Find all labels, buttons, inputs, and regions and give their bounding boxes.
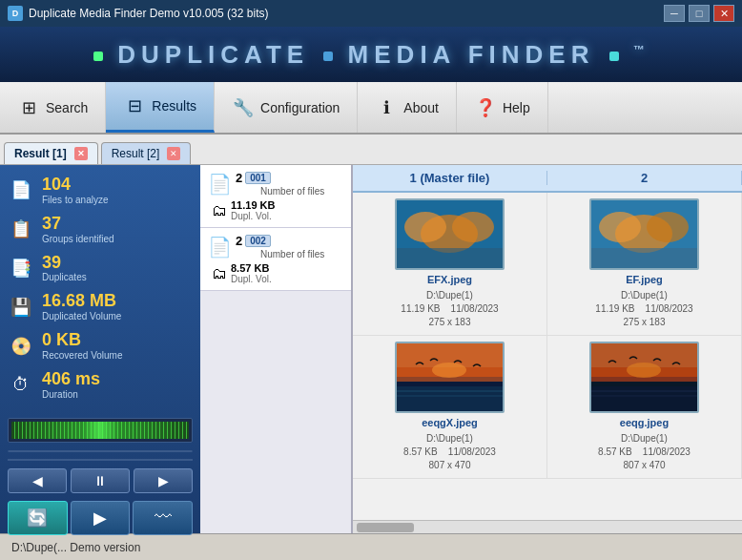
dupl-vol-value: 16.68 MB xyxy=(42,292,121,311)
next-button[interactable]: ▶ xyxy=(134,468,193,493)
tab-result1[interactable]: Result [1] ✕ xyxy=(4,142,98,164)
img-meta-2-1: D:\Dupe(1) 8.57 KB 11/08/2023 807 x 470 xyxy=(403,432,496,472)
stat-duration: ⏱ 406 ms Duration xyxy=(8,367,193,403)
rec-vol-label: Recovered Volume xyxy=(42,350,123,361)
logo-text: DUPLICATE MEDIA FINDER ™ xyxy=(92,40,650,70)
hscroll-thumb[interactable] xyxy=(357,523,414,532)
group2-badge: 002 xyxy=(245,235,271,247)
group1-size: 11.19 KB xyxy=(231,199,275,211)
results-label: Results xyxy=(152,98,196,114)
tab-result1-close[interactable]: ✕ xyxy=(74,147,88,160)
control-buttons: ◀ ⏸ ▶ xyxy=(8,468,193,493)
group2-stack-icon: 🗂 xyxy=(212,265,227,282)
img-size-1-1: 11.19 KB xyxy=(401,303,440,314)
img-dims-1-2: 275 x 183 xyxy=(624,317,666,327)
img-meta-1-2: D:\Dupe(1) 11.19 KB 11/08/2023 275 x 183 xyxy=(595,289,692,329)
duration-icon: ⏱ xyxy=(8,371,34,398)
results-icon: ⊟ xyxy=(123,94,146,117)
logo-dot-blue xyxy=(323,52,333,61)
group1-volume-row: 🗂 11.19 KB Dupl. Vol. xyxy=(212,199,343,221)
group1-badge: 001 xyxy=(245,172,271,184)
maximize-button[interactable]: □ xyxy=(689,5,710,22)
img-dims-1-1: 275 x 183 xyxy=(429,317,471,327)
svg-rect-17 xyxy=(397,386,503,411)
img-size-2-1: 8.57 KB xyxy=(403,446,438,457)
group1-file-icon: 📄 xyxy=(208,173,232,196)
img-path-1-1: D:\Dupe(1) xyxy=(426,290,473,301)
group-item-1[interactable]: 📄 2 001 Number of files 🗂 11.19 KB Dupl.… xyxy=(200,165,351,228)
grid-cell-1-1[interactable]: EFX.jpeg D:\Dupe(1) 11.19 KB 11/08/2023 … xyxy=(353,193,547,335)
svg-rect-25 xyxy=(591,386,697,411)
help-icon: ❓ xyxy=(474,96,497,119)
waveform-area xyxy=(8,418,193,443)
duration-label: Duration xyxy=(42,389,100,400)
main-content: 📄 104 Files to analyze 📋 37 Groups ident… xyxy=(0,165,742,533)
scan-action-button[interactable]: 🔄 xyxy=(8,501,68,535)
help-button[interactable]: ❓ Help xyxy=(457,82,548,133)
logo-bar: DUPLICATE MEDIA FINDER ™ xyxy=(0,27,742,82)
tab-result1-label: Result [1] xyxy=(14,147,67,160)
search-button[interactable]: ⊞ Search xyxy=(0,82,106,133)
logo-dot-green xyxy=(93,52,103,61)
toolbar: ⊞ Search ⊟ Results 🔧 Configuration ℹ Abo… xyxy=(0,82,742,135)
left-panel: 📄 104 Files to analyze 📋 37 Groups ident… xyxy=(0,165,200,533)
img-label-1-1: EFX.jpeg xyxy=(427,274,472,285)
configuration-button[interactable]: 🔧 Configuration xyxy=(215,82,358,133)
img-meta-1-1: D:\Dupe(1) 11.19 KB 11/08/2023 275 x 183 xyxy=(401,289,498,329)
table-row: EFX.jpeg D:\Dupe(1) 11.19 KB 11/08/2023 … xyxy=(353,193,742,336)
about-button[interactable]: ℹ About xyxy=(358,82,457,133)
pause-button[interactable]: ⏸ xyxy=(71,468,130,493)
img-date-2-1: 11/08/2023 xyxy=(448,446,496,457)
grid-cell-1-2[interactable]: EF.jpeg D:\Dupe(1) 11.19 KB 11/08/2023 2… xyxy=(547,193,742,335)
play-action-button[interactable]: ▶ xyxy=(71,501,131,535)
svg-point-24 xyxy=(627,363,661,378)
waveform-bottom xyxy=(8,459,193,461)
close-button[interactable]: ✕ xyxy=(713,5,734,22)
configuration-label: Configuration xyxy=(260,100,340,115)
group-item-2[interactable]: 📄 2 002 Number of files 🗂 8.57 KB Dupl. … xyxy=(200,228,351,291)
group2-size: 8.57 KB xyxy=(231,262,272,274)
svg-point-9 xyxy=(647,212,689,242)
hscroll[interactable] xyxy=(353,520,742,533)
stat-files-to-analyze: 📄 104 Files to analyze xyxy=(8,173,193,208)
duplicates-label: Duplicates xyxy=(42,272,87,282)
groups-icon: 📋 xyxy=(8,216,34,242)
files-value: 104 xyxy=(42,176,108,195)
minimize-button[interactable]: ─ xyxy=(664,5,685,22)
table-row: eeqgX.jpeg D:\Dupe(1) 8.57 KB 11/08/2023… xyxy=(353,336,742,479)
action-buttons: 🔄 ▶ 〰 xyxy=(8,501,193,535)
img-path-1-2: D:\Dupe(1) xyxy=(621,290,668,301)
svg-rect-4 xyxy=(397,248,503,268)
group1-stack-icon: 🗂 xyxy=(212,202,227,219)
group2-num-files: 2 xyxy=(236,234,242,248)
waveform-bar xyxy=(11,422,189,439)
grid-cell-2-2[interactable]: eeqg.jpeg D:\Dupe(1) 8.57 KB 11/08/2023 … xyxy=(547,336,742,478)
grid-headers: 1 (Master file) 2 xyxy=(353,165,742,193)
tab-result2-close[interactable]: ✕ xyxy=(167,147,180,160)
help-label: Help xyxy=(503,100,530,115)
configuration-icon: 🔧 xyxy=(232,96,255,119)
results-button[interactable]: ⊟ Results xyxy=(106,82,215,133)
progress-bar: 100% xyxy=(8,450,193,452)
svg-point-8 xyxy=(599,212,641,242)
img-date-2-2: 11/08/2023 xyxy=(643,446,690,457)
waveform-action-button[interactable]: 〰 xyxy=(133,501,193,535)
stat-recovered-volume: 📀 0 KB Recovered Volume xyxy=(8,328,193,363)
titlebar-controls[interactable]: ─ □ ✕ xyxy=(664,5,734,22)
tabs-bar: Result [1] ✕ Result [2] ✕ xyxy=(0,135,742,165)
tab-result2[interactable]: Result [2] ✕ xyxy=(101,142,192,164)
img-size-1-2: 11.19 KB xyxy=(595,303,634,314)
waveform-spikes xyxy=(11,422,189,439)
img-thumb-butterfly1 xyxy=(395,198,505,270)
about-icon: ℹ xyxy=(375,96,398,119)
img-dims-2-2: 807 x 470 xyxy=(624,460,666,470)
prev-button[interactable]: ◀ xyxy=(8,468,67,493)
status-text: D:\Dupe(... Demo version xyxy=(11,541,140,554)
about-label: About xyxy=(403,100,439,115)
stat-dupl-volume: 💾 16.68 MB Duplicated Volume xyxy=(8,289,193,324)
img-meta-2-2: D:\Dupe(1) 8.57 KB 11/08/2023 807 x 470 xyxy=(598,432,690,472)
img-label-1-2: EF.jpeg xyxy=(626,274,663,285)
grid-cell-2-1[interactable]: eeqgX.jpeg D:\Dupe(1) 8.57 KB 11/08/2023… xyxy=(353,336,547,478)
groups-label: Groups identified xyxy=(42,234,114,244)
statusbar: D:\Dupe(... Demo version xyxy=(0,533,742,560)
